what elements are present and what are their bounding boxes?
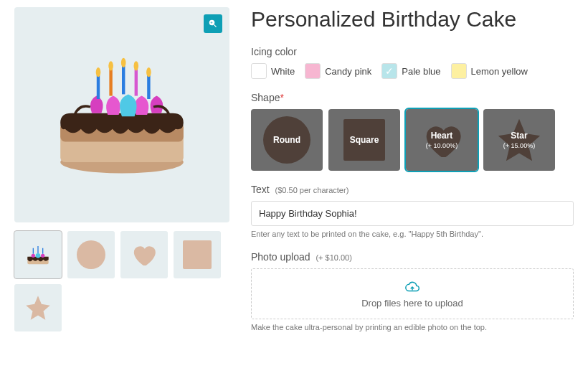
- thumb-cake[interactable]: [14, 231, 62, 278]
- thumb-star[interactable]: [14, 284, 62, 331]
- cake-text-input[interactable]: [251, 201, 574, 226]
- swatch-label: Lemon yellow: [471, 66, 528, 77]
- shape-square[interactable]: Square: [328, 109, 400, 171]
- svg-point-14: [32, 254, 35, 258]
- product-details: Personalized Birthday Cake Icing color W…: [251, 7, 574, 344]
- cake-thumb-icon: [24, 240, 52, 269]
- tile-label: Square: [350, 135, 379, 145]
- tile-label: Heart: [431, 131, 453, 141]
- swatch-white[interactable]: White: [251, 63, 295, 79]
- star-icon: [24, 293, 52, 322]
- product-title: Personalized Birthday Cake: [251, 7, 574, 32]
- upload-field: Photo upload (+ $10.00) Drop files here …: [251, 251, 574, 331]
- thumbnail-row: [14, 231, 229, 331]
- text-label: Text ($0.50 per character): [251, 184, 574, 195]
- heart-icon: [130, 240, 158, 269]
- required-mark: *: [280, 92, 283, 103]
- swatch-box-yellow: [451, 63, 467, 79]
- upload-drop-text: Drop files here to upload: [361, 298, 463, 309]
- shape-tiles: Round Square Heart (+ 10.00%) Star (+ 15…: [251, 109, 574, 171]
- product-page: Personalized Birthday Cake Icing color W…: [0, 0, 588, 359]
- cake-illustration: [43, 36, 201, 194]
- thumb-round[interactable]: [67, 231, 115, 278]
- text-help: Enter any text to be printed on the cake…: [251, 230, 574, 238]
- swatch-lemon-yellow[interactable]: Lemon yellow: [451, 63, 528, 79]
- shape-heart[interactable]: Heart (+ 10.00%): [406, 109, 478, 171]
- tile-label: Round: [273, 135, 300, 145]
- svg-point-9: [108, 61, 113, 70]
- svg-point-15: [36, 253, 41, 258]
- upload-dropzone[interactable]: Drop files here to upload: [251, 268, 574, 319]
- text-label-text: Text: [251, 184, 270, 195]
- tile-price: (+ 10.00%): [426, 142, 457, 149]
- swatch-box-white: [251, 63, 267, 79]
- swatch-candy-pink[interactable]: Candy pink: [305, 63, 371, 79]
- main-product-image[interactable]: [14, 7, 229, 222]
- swatch-label: Candy pink: [325, 66, 371, 77]
- cloud-upload-icon: [404, 279, 420, 295]
- icing-swatches: White Candy pink ✓ Pale blue Lemon yello…: [251, 63, 574, 79]
- swatch-box-pink: [305, 63, 321, 79]
- tile-price: (+ 15.00%): [503, 142, 535, 149]
- upload-help: Make the cake ultra-personal by printing…: [251, 323, 574, 331]
- icing-field: Icing color White Candy pink ✓ Pale blue…: [251, 46, 574, 79]
- square-icon: [183, 240, 212, 269]
- upload-label: Photo upload (+ $10.00): [251, 251, 574, 263]
- shape-label-text: Shape: [251, 92, 280, 103]
- text-hint: ($0.50 per character): [275, 186, 349, 194]
- thumb-heart[interactable]: [120, 231, 168, 278]
- swatch-label: Pale blue: [402, 66, 440, 77]
- zoom-button[interactable]: [204, 14, 222, 33]
- svg-point-10: [121, 58, 126, 67]
- icing-label: Icing color: [251, 46, 574, 57]
- swatch-label: White: [271, 66, 295, 77]
- svg-point-16: [41, 254, 44, 258]
- shape-star[interactable]: Star (+ 15.00%): [483, 109, 555, 171]
- circle-icon: [77, 240, 105, 269]
- swatch-box-blue: ✓: [381, 63, 397, 79]
- svg-point-8: [96, 67, 101, 77]
- swatch-pale-blue[interactable]: ✓ Pale blue: [381, 63, 440, 79]
- text-field: Text ($0.50 per character) Enter any tex…: [251, 184, 574, 238]
- shape-field: Shape* Round Square Heart (+ 10.00%) Sta…: [251, 92, 574, 171]
- check-icon: ✓: [385, 65, 394, 77]
- product-gallery: [14, 7, 229, 344]
- tile-label: Star: [511, 131, 527, 141]
- shape-label: Shape*: [251, 92, 574, 103]
- svg-point-11: [134, 61, 139, 70]
- svg-point-12: [146, 67, 151, 77]
- search-plus-icon: [208, 19, 218, 29]
- upload-label-text: Photo upload: [251, 251, 310, 263]
- thumb-square[interactable]: [174, 231, 221, 278]
- shape-round[interactable]: Round: [251, 109, 323, 171]
- upload-hint: (+ $10.00): [316, 253, 351, 262]
